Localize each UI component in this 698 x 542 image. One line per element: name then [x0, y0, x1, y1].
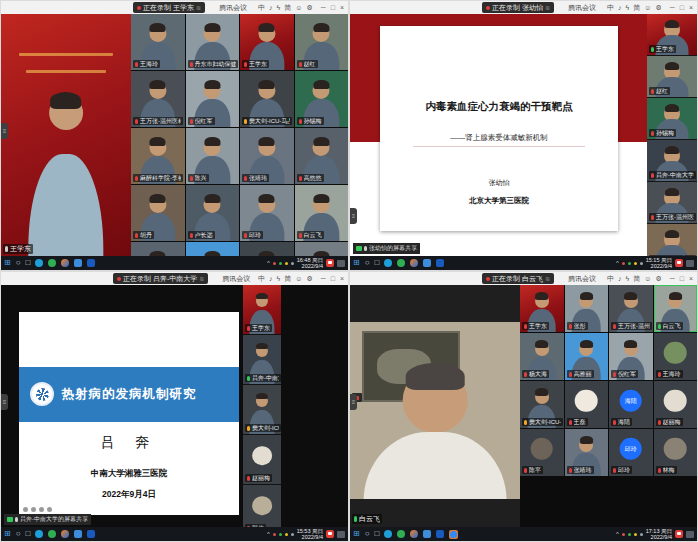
tray-icon[interactable] — [640, 533, 643, 536]
task-view-button[interactable]: □ — [26, 258, 31, 268]
active-speaker-video[interactable]: 王学东 — [1, 14, 131, 256]
panel-toggle[interactable]: ≡ — [350, 394, 357, 410]
tray-icon[interactable] — [279, 533, 282, 536]
participant-tile[interactable]: 白云飞 白云飞 — [295, 185, 349, 241]
emoji-icon[interactable]: ☺ — [295, 4, 302, 11]
tray-icon[interactable] — [279, 262, 282, 265]
close-button[interactable]: × — [340, 275, 344, 282]
pinned-app-icon-edge[interactable] — [35, 259, 43, 267]
tray-icon[interactable] — [634, 262, 637, 265]
participant-tile[interactable]: 王学东 王学东 — [520, 285, 564, 332]
tray-clock[interactable]: 17:13 周日 2022/9/4 — [646, 528, 672, 540]
participant-tile[interactable]: 海陆 海陆 — [609, 381, 653, 428]
maximize-button[interactable]: □ — [680, 275, 684, 282]
tray-icon[interactable] — [273, 533, 276, 536]
pinned-app-icon-browser[interactable] — [410, 259, 418, 267]
pinned-app-icon-browser[interactable] — [61, 530, 69, 538]
task-view-button[interactable]: □ — [375, 529, 380, 539]
audio-icon[interactable]: ♪ — [618, 275, 622, 282]
tray-clock[interactable]: 15:53 周日 2022/9/4 — [297, 528, 323, 540]
recording-tab[interactable]: 正在录制 白云飞 ≋ — [482, 273, 554, 284]
participant-tile[interactable]: 王磊 王磊 — [565, 381, 609, 428]
language-icon[interactable]: 中 — [607, 3, 614, 13]
tray-caret-icon[interactable]: ^ — [616, 531, 619, 537]
minimize-button[interactable]: ─ — [321, 4, 326, 11]
participant-tile[interactable]: 樊大剑-ICU-马占鹰 樊大剑-ICU-马占鹰 — [520, 381, 564, 428]
start-button[interactable]: ⊞ — [4, 258, 11, 268]
tray-icon[interactable] — [291, 533, 294, 536]
participant-tile[interactable]: 林梅 林梅 — [654, 429, 698, 476]
annotation-tool-icon[interactable] — [47, 507, 52, 512]
participant-tile[interactable]: 吕奔-中南大学 吕奔-中南大学 — [647, 140, 697, 181]
pinned-app-icon-explorer[interactable] — [423, 530, 431, 538]
participant-tile[interactable]: 王海玲 王海玲 — [654, 333, 698, 380]
start-button[interactable]: ⊞ — [353, 529, 360, 539]
participant-tile[interactable]: 樊大剑-ICU-马占鹰 樊大剑-ICU-马占鹰 — [243, 385, 281, 434]
meeting-app-taskbar-icon[interactable] — [449, 530, 458, 539]
task-view-button[interactable]: □ — [26, 529, 31, 539]
participant-tile[interactable]: 杨大海 杨大海 — [520, 333, 564, 380]
participant-tile[interactable]: 胡丹 胡丹 — [131, 185, 185, 241]
active-speaker-video[interactable]: 白云飞 — [350, 285, 520, 527]
pinned-app-icon-explorer[interactable] — [74, 259, 82, 267]
settings-icon[interactable]: ⚙ — [655, 275, 661, 283]
annotation-tool-icon[interactable] — [23, 507, 28, 512]
caption-icon[interactable]: 简 — [284, 3, 291, 13]
participant-tile[interactable]: 邱玲 邱玲 — [240, 185, 294, 241]
participant-tile[interactable]: 麻醉科学院-李艳 麻醉科学院-李艳 — [647, 224, 697, 256]
participant-tile[interactable]: 赵丽梅 赵丽梅 — [243, 435, 281, 484]
participant-tile[interactable]: 孙锡梅 孙锡梅 — [647, 98, 697, 139]
maximize-button[interactable]: □ — [331, 4, 335, 11]
network-icon[interactable]: ϟ — [626, 4, 630, 11]
action-center-icon[interactable] — [337, 531, 345, 538]
participant-tile[interactable]: 陈平 陈平 — [520, 429, 564, 476]
network-icon[interactable]: ϟ — [277, 275, 281, 282]
participant-tile[interactable]: 赵丽梅 赵丽梅 — [654, 381, 698, 428]
maximize-button[interactable]: □ — [331, 275, 335, 282]
caption-icon[interactable]: 简 — [284, 274, 291, 284]
pinned-app-icon-green[interactable] — [48, 530, 56, 538]
pinned-app-icon-explorer[interactable] — [74, 530, 82, 538]
participant-tile[interactable]: 郭伟 郭伟 — [243, 485, 281, 527]
task-view-button[interactable]: □ — [375, 258, 380, 268]
panel-toggle[interactable]: ≡ — [1, 394, 8, 410]
participant-tile[interactable]: 丹东市妇幼保健中心 丹东市妇幼保健中心 — [186, 14, 240, 70]
tray-icon[interactable] — [285, 262, 288, 265]
action-center-icon[interactable] — [686, 260, 694, 267]
tray-icon[interactable] — [291, 262, 294, 265]
tray-caret-icon[interactable]: ^ — [267, 260, 270, 266]
pinned-app-icon-word[interactable] — [87, 259, 95, 267]
pinned-app-icon-browser[interactable] — [410, 530, 418, 538]
pinned-app-icon-edge[interactable] — [35, 530, 43, 538]
recording-tab[interactable]: 正在录制 张幼怡 ≋ — [482, 2, 554, 13]
emoji-icon[interactable]: ☺ — [644, 4, 651, 11]
pinned-app-icon-edge[interactable] — [384, 530, 392, 538]
network-icon[interactable]: ϟ — [277, 4, 281, 11]
tray-caret-icon[interactable]: ^ — [267, 531, 270, 537]
tray-icon[interactable] — [622, 262, 625, 265]
pinned-app-icon-word[interactable] — [87, 530, 95, 538]
participant-tile[interactable]: 广东省人民医院 丁邦晗 广东省人民医院 丁邦晗 — [240, 242, 294, 256]
participant-tile[interactable]: 邱玲 邱玲 — [609, 429, 653, 476]
tray-icon[interactable] — [628, 533, 631, 536]
participant-tile[interactable]: 王学东 王学东 — [647, 14, 697, 55]
participant-tile[interactable]: 白云飞 白云飞 — [654, 285, 698, 332]
tray-icon[interactable] — [273, 262, 276, 265]
participant-tile[interactable]: 鹏超 鹏超 — [131, 242, 185, 256]
emoji-icon[interactable]: ☺ — [644, 275, 651, 282]
minimize-button[interactable]: ─ — [670, 4, 675, 11]
participant-tile[interactable]: 林梅 林梅 — [295, 242, 349, 256]
participant-tile[interactable]: 樊大剑-ICU-马占鹰 樊大剑-ICU-马占鹰 — [240, 71, 294, 127]
annotation-tool-icon[interactable] — [39, 507, 44, 512]
pinned-app-icon-edge[interactable] — [384, 259, 392, 267]
pinned-app-icon-word[interactable] — [436, 530, 444, 538]
participant-tile[interactable]: 倪红军 倪红军 — [186, 71, 240, 127]
recording-tab[interactable]: 正在录制 吕奔-中南大学 ≋ — [113, 273, 208, 284]
start-button[interactable]: ⊞ — [4, 529, 11, 539]
panel-toggle[interactable]: ≡ — [1, 123, 8, 139]
close-button[interactable]: × — [689, 4, 693, 11]
language-icon[interactable]: 中 — [258, 274, 265, 284]
participant-tile[interactable]: 王万张-温州医科大学 王万张-温州医科大学 — [131, 71, 185, 127]
start-button[interactable]: ⊞ — [353, 258, 360, 268]
pinned-app-icon-green[interactable] — [397, 530, 405, 538]
